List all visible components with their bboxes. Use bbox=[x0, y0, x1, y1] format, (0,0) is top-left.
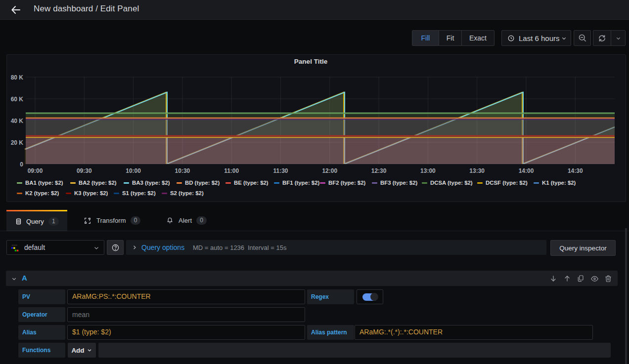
svg-text:0: 0 bbox=[20, 161, 23, 168]
svg-text:09:00: 09:00 bbox=[28, 167, 43, 174]
svg-text:12:00: 12:00 bbox=[322, 167, 337, 174]
svg-text:14:00: 14:00 bbox=[519, 167, 534, 174]
svg-text:80 K: 80 K bbox=[11, 74, 24, 81]
svg-text:60 K: 60 K bbox=[11, 96, 24, 103]
svg-text:10:30: 10:30 bbox=[175, 167, 190, 174]
svg-text:14:30: 14:30 bbox=[568, 167, 583, 174]
svg-text:13:00: 13:00 bbox=[420, 167, 436, 174]
svg-text:10:00: 10:00 bbox=[126, 167, 141, 174]
svg-text:11:30: 11:30 bbox=[273, 167, 288, 174]
svg-text:13:30: 13:30 bbox=[469, 167, 485, 174]
svg-text:11:00: 11:00 bbox=[224, 167, 239, 174]
svg-text:40 K: 40 K bbox=[11, 118, 24, 124]
svg-text:12:30: 12:30 bbox=[371, 167, 387, 174]
svg-text:09:30: 09:30 bbox=[77, 167, 92, 174]
svg-text:20 K: 20 K bbox=[11, 139, 24, 146]
